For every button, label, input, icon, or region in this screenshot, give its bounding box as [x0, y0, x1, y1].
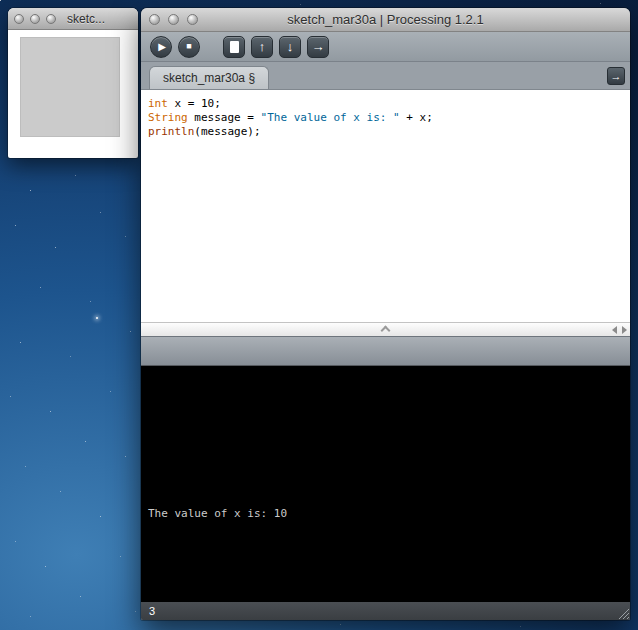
traffic-lights	[149, 8, 198, 31]
run-button[interactable]: ▶	[150, 36, 172, 58]
code-token: message =	[188, 111, 261, 124]
sketch-tabbar: sketch_mar30a § →	[141, 62, 630, 90]
zoom-button[interactable]	[187, 14, 198, 25]
export-icon: →	[312, 40, 325, 53]
save-icon: ↓	[287, 40, 294, 53]
close-button[interactable]	[14, 14, 24, 24]
code-token: println	[148, 125, 194, 138]
code-token: "The value of x is: "	[261, 111, 400, 124]
ide-toolbar: ▶ ■ ↑ ↓ →	[141, 32, 630, 62]
code-line-3: println(message);	[148, 125, 630, 139]
tab-menu-button[interactable]: →	[607, 67, 625, 85]
status-bar: 3	[141, 602, 630, 620]
bright-star	[96, 317, 98, 319]
mac-desktop: { "sketch_window": { "title": "sketc..."…	[0, 0, 638, 630]
code-line-1: int x = 10;	[148, 97, 630, 111]
sketch-canvas	[20, 37, 120, 137]
code-token: String	[148, 111, 188, 124]
new-document-icon	[230, 41, 239, 53]
save-button[interactable]: ↓	[279, 36, 301, 58]
export-button[interactable]: →	[307, 36, 329, 58]
open-button[interactable]: ↑	[251, 36, 273, 58]
code-editor[interactable]: int x = 10; String message = "The value …	[141, 90, 630, 322]
code-token: int	[148, 97, 168, 110]
minimize-button[interactable]	[168, 14, 179, 25]
close-button[interactable]	[149, 14, 160, 25]
console-output: The value of x is: 10	[141, 366, 630, 602]
stop-button[interactable]: ■	[178, 36, 200, 58]
code-token: x = 10;	[168, 97, 221, 110]
resize-grip[interactable]	[615, 605, 629, 619]
stop-icon: ■	[186, 42, 191, 51]
scrollbar-arrows	[612, 323, 627, 336]
play-icon: ▶	[158, 42, 166, 52]
ide-window-title: sketch_mar30a | Processing 1.2.1	[287, 12, 483, 27]
line-number: 3	[149, 605, 155, 617]
open-icon: ↑	[259, 40, 266, 53]
traffic-lights	[14, 8, 56, 29]
scroll-grabber-icon	[380, 326, 390, 336]
minimize-button[interactable]	[30, 14, 40, 24]
code-token: + x;	[400, 111, 433, 124]
desktop-stars	[0, 0, 1, 1]
tab-sketch-mar30a[interactable]: sketch_mar30a §	[149, 66, 269, 89]
code-token: (message);	[194, 125, 260, 138]
scroll-left-icon[interactable]	[612, 326, 617, 334]
processing-ide-window: sketch_mar30a | Processing 1.2.1 ▶ ■ ↑ ↓…	[141, 8, 630, 620]
scroll-right-icon[interactable]	[622, 326, 627, 334]
sketch-window-titlebar[interactable]: sketc...	[8, 8, 138, 30]
tab-label: sketch_mar30a §	[163, 71, 255, 85]
sketch-window-title: sketc...	[67, 12, 105, 26]
console-text: The value of x is: 10	[148, 507, 287, 520]
message-area	[141, 336, 630, 366]
horizontal-scrollbar[interactable]	[141, 322, 630, 336]
code-line-2: String message = "The value of x is: " +…	[148, 111, 630, 125]
zoom-button[interactable]	[46, 14, 56, 24]
tab-menu-arrow-icon: →	[611, 71, 622, 82]
ide-titlebar[interactable]: sketch_mar30a | Processing 1.2.1	[141, 8, 630, 32]
new-sketch-button[interactable]	[223, 36, 245, 58]
sketch-output-window: sketc...	[8, 8, 138, 158]
